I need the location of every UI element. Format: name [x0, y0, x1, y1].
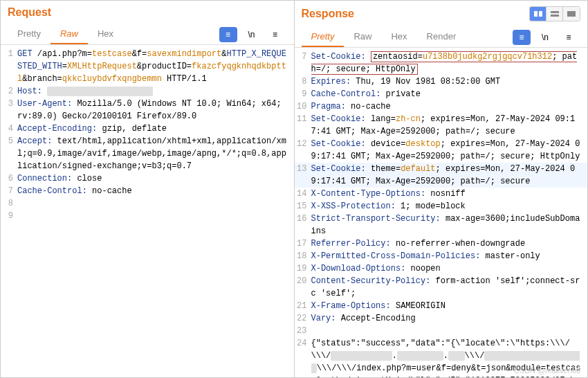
watermark: CSDN @makven60: [514, 366, 580, 375]
code-line[interactable]: 10Pragma: no-cache: [295, 100, 588, 113]
line-text: Set-Cookie: zentaosid=u7i38b0judkg2rgjgq…: [311, 51, 588, 75]
line-number: 1: [1, 48, 17, 85]
code-line[interactable]: 14X-Content-Type-Options: nosniff: [295, 188, 588, 200]
menu-icon: ≡: [566, 33, 571, 42]
line-text: Cache-Control: no-cache: [17, 185, 294, 197]
line-text: GET /api.php?m=testcase&f=savexmindimpor…: [17, 48, 294, 85]
line-number: 6: [1, 172, 17, 185]
columns-icon: [533, 10, 543, 17]
line-text: X-Permitted-Cross-Domain-Policies: maste…: [311, 250, 588, 262]
code-line[interactable]: 8Expires: Thu, 19 Nov 1981 08:52:00 GMT: [295, 75, 588, 88]
line-number: 11: [295, 113, 311, 138]
request-tabs: Pretty Raw Hex ≡ \n ≡: [1, 24, 294, 45]
svg-rect-2: [551, 11, 559, 13]
code-line[interactable]: 5Accept: text/html,application/xhtml+xml…: [1, 135, 294, 172]
line-number: 10: [295, 100, 311, 113]
code-line[interactable]: 2Host: xxxxxxxxxxxxxxxxxxxxx: [1, 85, 294, 98]
line-text: Expires: Thu, 19 Nov 1981 08:52:00 GMT: [311, 75, 588, 88]
line-number: 20: [295, 275, 311, 300]
code-line[interactable]: 16Strict-Transport-Security: max-age=360…: [295, 213, 588, 237]
request-tab-hex[interactable]: Hex: [88, 24, 123, 44]
menu-icon: ≡: [273, 30, 277, 39]
code-line[interactable]: 9: [1, 210, 294, 222]
line-text: [17, 210, 294, 222]
line-number: 8: [1, 197, 17, 210]
code-line[interactable]: 7Cache-Control: no-cache: [1, 185, 294, 197]
code-line[interactable]: 11Set-Cookie: lang=zh-cn; expires=Mon, 2…: [295, 113, 588, 138]
response-newline-button[interactable]: \n: [536, 30, 554, 45]
code-line[interactable]: 18X-Permitted-Cross-Domain-Policies: mas…: [295, 250, 588, 262]
line-number: 7: [295, 51, 311, 75]
response-body[interactable]: 7Set-Cookie: zentaosid=u7i38b0judkg2rgjg…: [295, 48, 588, 377]
line-text: X-XSS-Protection: 1; mode=block: [311, 200, 588, 213]
line-number: 19: [295, 262, 311, 275]
code-line[interactable]: 6Connection: close: [1, 172, 294, 185]
code-line[interactable]: 7Set-Cookie: zentaosid=u7i38b0judkg2rgjg…: [295, 51, 588, 75]
line-text: [17, 197, 294, 210]
code-line[interactable]: 21X-Frame-Options: SAMEORIGIN: [295, 300, 588, 312]
code-line[interactable]: 17Referrer-Policy: no-referrer-when-down…: [295, 237, 588, 250]
line-number: 8: [295, 75, 311, 88]
format-icon: ≡: [519, 33, 524, 42]
request-header: Request: [1, 1, 294, 21]
format-icon: ≡: [226, 30, 230, 39]
response-tab-hex[interactable]: Hex: [381, 27, 416, 47]
view-single-button[interactable]: [563, 7, 580, 21]
line-number: 3: [1, 98, 17, 123]
line-number: 21: [295, 300, 311, 312]
request-tab-pretty[interactable]: Pretty: [8, 24, 50, 44]
view-columns-button[interactable]: [530, 7, 546, 21]
line-text: Vary: Accept-Encoding: [311, 312, 588, 325]
view-rows-button[interactable]: [546, 7, 563, 21]
code-line[interactable]: 22Vary: Accept-Encoding: [295, 312, 588, 325]
request-tab-raw[interactable]: Raw: [50, 24, 88, 44]
line-text: X-Content-Type-Options: nosniff: [311, 188, 588, 200]
line-number: 22: [295, 312, 311, 325]
response-tab-pretty[interactable]: Pretty: [302, 27, 344, 47]
response-tabs: Pretty Raw Hex Render ≡ \n ≡: [295, 27, 588, 48]
code-line[interactable]: 4Accept-Encoding: gzip, deflate: [1, 123, 294, 135]
line-text: Cache-Control: private: [311, 88, 588, 100]
line-text: Strict-Transport-Security: max-age=3600;…: [311, 213, 588, 237]
line-number: 17: [295, 237, 311, 250]
line-text: Pragma: no-cache: [311, 100, 588, 113]
svg-rect-0: [534, 11, 538, 17]
response-tab-render[interactable]: Render: [417, 27, 466, 47]
line-text: Referrer-Policy: no-referrer-when-downgr…: [311, 237, 588, 250]
line-text: Set-Cookie: device=desktop; expires=Mon,…: [311, 138, 588, 163]
code-line[interactable]: 13Set-Cookie: theme=default; expires=Mon…: [295, 163, 588, 188]
line-text: Set-Cookie: theme=default; expires=Mon, …: [311, 163, 588, 188]
code-line[interactable]: 20Content-Security-Policy: form-action '…: [295, 275, 588, 300]
code-line[interactable]: 3User-Agent: Mozilla/5.0 (Windows NT 10.…: [1, 98, 294, 123]
response-panel: Response Pretty Raw Hex Render ≡ \n ≡ 7S…: [295, 1, 588, 377]
line-text: Content-Security-Policy: form-action 'se…: [311, 275, 588, 300]
code-line[interactable]: 15X-XSS-Protection: 1; mode=block: [295, 200, 588, 213]
request-format-button[interactable]: ≡: [219, 27, 237, 42]
line-text: Connection: close: [17, 172, 294, 185]
line-number: 7: [1, 185, 17, 197]
line-text: Accept: text/html,application/xhtml+xml,…: [17, 135, 294, 172]
line-number: 18: [295, 250, 311, 262]
response-format-button[interactable]: ≡: [513, 30, 531, 45]
code-line[interactable]: 1GET /api.php?m=testcase&f=savexmindimpo…: [1, 48, 294, 85]
line-number: 24: [295, 337, 311, 377]
response-tab-raw[interactable]: Raw: [344, 27, 381, 47]
request-menu-button[interactable]: ≡: [266, 27, 284, 42]
response-menu-button[interactable]: ≡: [560, 30, 578, 45]
line-number: 4: [1, 123, 17, 135]
request-newline-button[interactable]: \n: [243, 27, 261, 42]
response-view-controls: [529, 6, 580, 21]
line-number: 9: [1, 210, 17, 222]
line-number: 23: [295, 325, 311, 337]
code-line[interactable]: 19X-Download-Options: noopen: [295, 262, 588, 275]
code-line[interactable]: 12Set-Cookie: device=desktop; expires=Mo…: [295, 138, 588, 163]
line-number: 16: [295, 213, 311, 237]
request-body[interactable]: 1GET /api.php?m=testcase&f=savexmindimpo…: [1, 45, 294, 377]
code-line[interactable]: 23: [295, 325, 588, 337]
code-line[interactable]: 9Cache-Control: private: [295, 88, 588, 100]
svg-rect-3: [551, 15, 559, 17]
code-line[interactable]: 8: [1, 197, 294, 210]
line-number: 12: [295, 138, 311, 163]
request-title: Request: [8, 6, 287, 19]
line-number: 15: [295, 200, 311, 213]
